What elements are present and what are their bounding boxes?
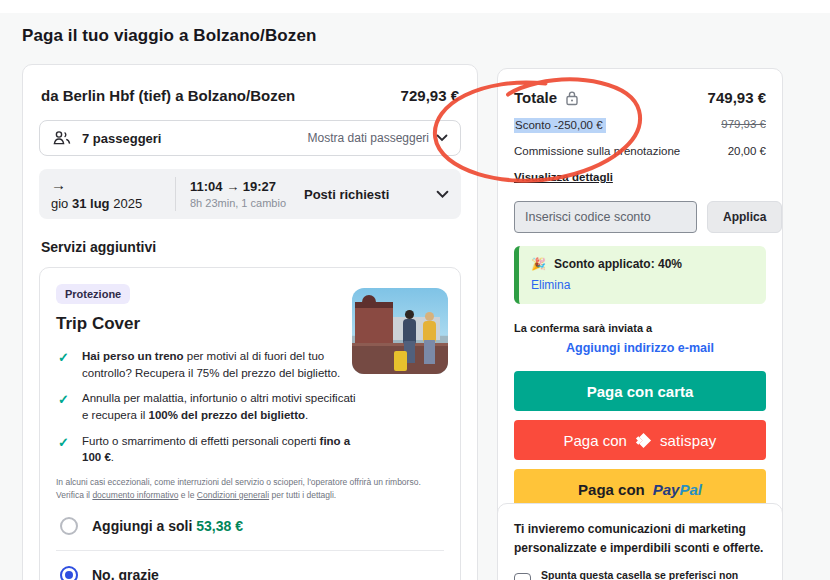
satispay-prefix: Paga con (563, 432, 626, 449)
journey-times: 11:04 → 19:27 8h 23min, 1 cambio (190, 179, 286, 209)
marketing-optout-row[interactable]: Spunta questa casella se preferisci non … (514, 569, 766, 580)
passengers-toggle-label: Mostra dati passeggeri (308, 131, 429, 145)
chevron-down-icon[interactable] (436, 190, 449, 199)
depart-time: 11:04 (190, 179, 223, 194)
paypal-prefix: Paga con (578, 481, 645, 498)
benefit-text-bold: 100% del prezzo del biglietto (148, 409, 305, 421)
top-strip (0, 0, 830, 13)
check-icon: ✓ (58, 434, 69, 453)
check-icon: ✓ (58, 349, 69, 368)
seats-label: Posti richiesti (304, 187, 436, 202)
benefit-item: ✓ Annulla per malattia, infortunio o alt… (56, 390, 364, 423)
discount-row: Sconto -250,00 € 979,93 € (514, 118, 766, 133)
chevron-down-icon[interactable] (436, 134, 448, 142)
fee-value: 20,00 € (728, 145, 766, 157)
times-arrow-icon: → (226, 179, 239, 194)
view-details-link[interactable]: Visualizza dettagli (514, 171, 613, 183)
lock-icon (565, 90, 579, 106)
pay-with-satispay-button[interactable]: Paga con satispay (514, 420, 766, 460)
services-heading: Servizi aggiuntivi (41, 239, 459, 255)
trip-summary-card: da Berlin Hbf (tief) a Bolzano/Bozen 729… (22, 64, 478, 580)
protection-badge: Protezione (56, 284, 130, 304)
total-label: Totale (514, 89, 557, 106)
satispay-brand: satispay (660, 432, 717, 449)
passengers-toggle[interactable]: 7 passeggeri Mostra dati passeggeri (39, 120, 461, 156)
add-email-link[interactable]: Aggiungi indirizzo e-mail (514, 341, 766, 355)
coupon-row: Applica (514, 201, 766, 233)
informative-document-link[interactable]: documento informativo (92, 490, 178, 500)
passengers-count: 7 passeggeri (82, 131, 162, 146)
date-day: 31 lug (72, 196, 110, 211)
cover-fineprint: In alcuni casi eccezionali, come interru… (56, 476, 444, 502)
discount-label: Sconto -250,00 € (514, 118, 606, 133)
trip-cover-card: Protezione Trip Cover ✓ Hai perso un tre… (39, 267, 461, 580)
fee-row: Commissione sulla prenotazione 20,00 € (514, 145, 766, 157)
total-row: Totale 749,93 € (514, 89, 766, 106)
checkout-page: Paga il tuo viaggio a Bolzano/Bozen da B… (0, 0, 830, 580)
benefit-item: ✓ Furto o smarrimento di effetti persona… (56, 433, 364, 466)
date-year: 2025 (113, 196, 142, 211)
apply-coupon-button[interactable]: Applica (707, 201, 782, 233)
date-weekday: gio (51, 196, 68, 211)
journey-separator (175, 177, 176, 211)
benefit-text: . (111, 451, 114, 463)
page-title: Paga il tuo viaggio a Bolzano/Bozen (22, 26, 316, 46)
party-popper-icon: 🎉 (531, 257, 546, 271)
email-confirmation-lead: La conferma sarà inviata a (514, 322, 766, 334)
route-title: da Berlin Hbf (tief) a Bolzano/Bozen (41, 87, 295, 104)
journey-row[interactable]: → gio 31 lug 2025 11:04 → 19:27 8h 23min… (39, 169, 461, 219)
radio-unselected[interactable] (60, 517, 78, 535)
travellers-photo (352, 288, 448, 374)
total-value: 749,93 € (708, 89, 766, 106)
benefits-list: ✓ Hai perso un treno per motivi al di fu… (56, 348, 364, 466)
original-price: 979,93 € (721, 118, 766, 133)
journey-duration: 8h 23min, 1 cambio (190, 197, 286, 209)
discount-applied-text: Sconto applicato: 40% (554, 257, 682, 271)
route-price: 729,93 € (401, 87, 459, 104)
general-conditions-link[interactable]: Condizioni generali (197, 490, 269, 500)
remove-discount-link[interactable]: Elimina (531, 278, 570, 292)
passengers-icon (52, 130, 72, 146)
paypal-logo: PayPal (653, 481, 702, 498)
decline-cover-option[interactable]: No, grazie (56, 551, 444, 580)
optout-checkbox[interactable] (514, 573, 531, 580)
outbound-arrow-icon: → (51, 177, 161, 194)
benefit-text: . (305, 409, 308, 421)
benefit-text-bold: Hai perso un treno (82, 350, 184, 362)
benefit-item: ✓ Hai perso un treno per motivi al di fu… (56, 348, 364, 381)
fee-label: Commissione sulla prenotazione (514, 145, 680, 157)
payment-summary-card: Totale 749,93 € Sconto -250,00 € 979,93 … (497, 68, 783, 528)
satispay-icon (635, 432, 652, 449)
marketing-card: Ti invieremo comunicazioni di marketing … (497, 503, 783, 580)
route-row: da Berlin Hbf (tief) a Bolzano/Bozen 729… (39, 65, 461, 110)
journey-date: → gio 31 lug 2025 (51, 177, 161, 211)
discount-applied-box: 🎉 Sconto applicato: 40% Elimina (514, 246, 766, 304)
add-cover-option[interactable]: Aggiungi a soli 53,38 € (56, 502, 444, 550)
arrive-time: 19:27 (243, 179, 276, 194)
decline-cover-label: No, grazie (92, 567, 159, 580)
optout-label: Spunta questa casella se preferisci non … (541, 569, 766, 580)
add-cover-price: 53,38 € (196, 518, 243, 534)
add-cover-label: Aggiungi a soli (92, 518, 192, 534)
radio-selected[interactable] (60, 566, 78, 580)
check-icon: ✓ (58, 391, 69, 410)
coupon-input[interactable] (514, 201, 697, 233)
pay-with-card-button[interactable]: Paga con carta (514, 371, 766, 411)
marketing-text: Ti invieremo comunicazioni di marketing … (514, 520, 766, 557)
benefit-text: Furto o smarrimento di effetti personali… (82, 435, 320, 447)
